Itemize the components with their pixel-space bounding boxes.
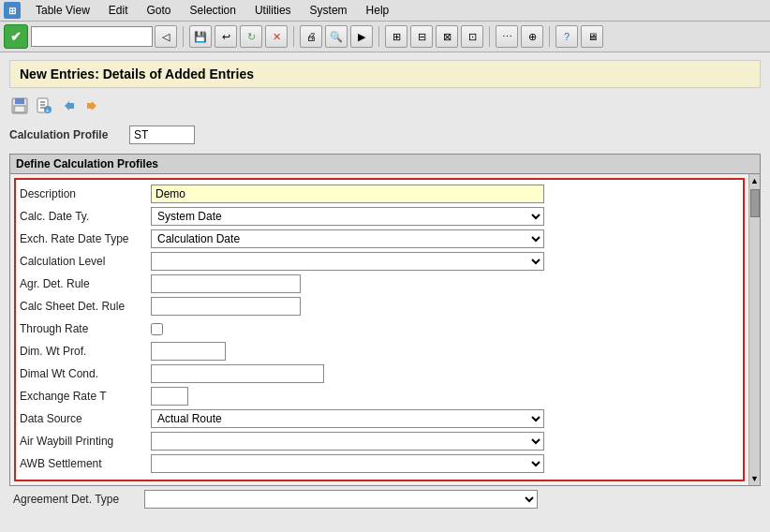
settings-btn-1[interactable]: ⊞ xyxy=(385,25,407,48)
field-data-source: Data Source Actual Route Planned Route M… xyxy=(20,408,739,429)
sub-new-icon[interactable]: + xyxy=(34,96,54,116)
label-exch-rate-date-type: Exch. Rate Date Type xyxy=(20,232,151,245)
field-air-waybill-printing: Air Waybill Printing Yes No xyxy=(20,431,739,451)
field-exchange-rate-t: Exchange Rate T xyxy=(20,386,739,406)
input-dimal-wt-cond[interactable] xyxy=(151,364,324,383)
calc-profile-row: Calculation Profile xyxy=(9,126,761,144)
input-description[interactable] xyxy=(151,185,544,203)
select-air-waybill-printing[interactable]: Yes No xyxy=(151,432,544,451)
settings-btn-4[interactable]: ⊡ xyxy=(461,25,483,48)
nav-btn-2[interactable]: ⊕ xyxy=(521,25,543,48)
menu-help[interactable]: Help xyxy=(363,2,393,19)
field-calc-level: Calculation Level Header Item xyxy=(20,251,739,272)
scroll-down[interactable]: ▼ xyxy=(748,472,761,485)
label-data-source: Data Source xyxy=(20,412,151,425)
define-box-content: Description Calc. Date Ty. System Date M… xyxy=(10,174,760,485)
label-dim-wt-prof: Dim. Wt Prof. xyxy=(20,345,151,358)
select-calc-level[interactable]: Header Item xyxy=(151,252,544,271)
field-exch-rate-date-type: Exch. Rate Date Type Calculation Date Po… xyxy=(20,229,739,249)
field-agr-det-rule: Agr. Det. Rule xyxy=(20,273,739,294)
label-air-waybill-printing: Air Waybill Printing xyxy=(20,435,151,448)
sub-back-icon[interactable] xyxy=(58,96,79,116)
nav-left-btn[interactable]: ◁ xyxy=(155,25,177,48)
menu-goto[interactable]: Goto xyxy=(143,2,175,19)
scroll-up[interactable]: ▲ xyxy=(748,174,761,187)
app-icon: ⊞ xyxy=(4,2,21,19)
field-awb-settlement: AWB Settlement Yes No xyxy=(20,453,739,474)
menu-edit[interactable]: Edit xyxy=(105,2,132,19)
menu-utilities[interactable]: Utilities xyxy=(251,2,295,19)
nav-input[interactable] xyxy=(31,26,153,47)
field-through-rate: Through Rate xyxy=(20,318,739,339)
toolbar-separator-2 xyxy=(293,26,294,47)
label-calc-date-ty: Calc. Date Ty. xyxy=(20,210,151,223)
nav-input-group: ◁ xyxy=(31,25,177,48)
execute-button[interactable]: ▶ xyxy=(350,25,373,48)
calc-profile-label: Calculation Profile xyxy=(9,128,122,141)
label-through-rate: Through Rate xyxy=(20,322,151,335)
label-exchange-rate-t: Exchange Rate T xyxy=(20,390,151,403)
label-description: Description xyxy=(20,187,151,200)
shortcut-button[interactable]: ↩ xyxy=(215,25,237,48)
toolbar-separator-1 xyxy=(183,26,184,47)
field-dimal-wt-cond: Dimal Wt Cond. xyxy=(20,363,739,384)
select-agreement-det-type[interactable]: Type A Type B xyxy=(144,490,538,509)
settings-btn-2[interactable]: ⊟ xyxy=(410,25,433,48)
select-data-source[interactable]: Actual Route Planned Route Manual xyxy=(151,409,544,428)
toolbar-separator-5 xyxy=(549,26,550,47)
sub-save-icon[interactable] xyxy=(9,96,30,116)
label-calc-sheet-det-rule: Calc Sheet Det. Rule xyxy=(20,300,151,313)
select-exch-rate-date-type[interactable]: Calculation Date Posting Date Document D… xyxy=(151,229,544,248)
sub-forward-icon[interactable] xyxy=(82,96,103,116)
select-awb-settlement[interactable]: Yes No xyxy=(151,454,544,473)
stop-button[interactable]: ✕ xyxy=(265,25,288,48)
define-box-inner: Description Calc. Date Ty. System Date M… xyxy=(14,178,745,481)
toolbar: ✔ ◁ 💾 ↩ ↻ ✕ 🖨 🔍 ▶ ⊞ ⊟ ⊠ ⊡ ⋯ ⊕ ? 🖥 xyxy=(0,22,770,52)
field-calc-sheet-det-rule: Calc Sheet Det. Rule xyxy=(20,296,739,317)
define-box-title: Define Calculation Profiles xyxy=(10,155,760,174)
define-calc-profiles-box: Define Calculation Profiles Description … xyxy=(9,154,761,486)
svg-rect-11 xyxy=(69,103,74,109)
select-calc-date-ty[interactable]: System Date Manual Date Posting Date xyxy=(151,207,544,226)
save-button[interactable]: 💾 xyxy=(189,25,212,48)
ok-button[interactable]: ✔ xyxy=(4,24,28,49)
refresh-button[interactable]: ↻ xyxy=(240,25,262,48)
svg-rect-1 xyxy=(15,98,24,104)
sub-toolbar: + xyxy=(9,96,761,116)
scroll-thumb[interactable] xyxy=(750,189,760,217)
label-dimal-wt-cond: Dimal Wt Cond. xyxy=(20,367,151,380)
svg-marker-10 xyxy=(65,101,69,111)
page-title: New Entries: Details of Added Entries xyxy=(9,60,761,88)
main-content: New Entries: Details of Added Entries + xyxy=(0,52,770,519)
field-description: Description xyxy=(20,184,739,204)
svg-rect-12 xyxy=(87,103,92,109)
svg-text:+: + xyxy=(46,107,51,115)
menu-table-view[interactable]: Table View xyxy=(32,2,94,19)
label-agr-det-rule: Agr. Det. Rule xyxy=(20,277,151,290)
label-agreement-det-type: Agreement Det. Type xyxy=(13,493,144,506)
menu-bar: ⊞ Table View Edit Goto Selection Utiliti… xyxy=(0,0,770,22)
print-button[interactable]: 🖨 xyxy=(300,25,322,48)
input-calc-sheet-det-rule[interactable] xyxy=(151,297,301,316)
field-dim-wt-prof: Dim. Wt Prof. xyxy=(20,341,739,362)
field-agreement-det-type: Agreement Det. Type Type A Type B xyxy=(9,489,761,510)
input-dim-wt-prof[interactable] xyxy=(151,342,226,361)
field-calc-date-ty: Calc. Date Ty. System Date Manual Date P… xyxy=(20,206,739,227)
menu-system[interactable]: System xyxy=(306,2,351,19)
checkbox-through-rate[interactable] xyxy=(151,323,163,335)
calc-profile-input[interactable] xyxy=(129,126,195,144)
menu-selection[interactable]: Selection xyxy=(186,2,240,19)
find-button[interactable]: 🔍 xyxy=(325,25,348,48)
input-agr-det-rule[interactable] xyxy=(151,274,301,293)
svg-marker-13 xyxy=(92,101,96,111)
label-calc-level: Calculation Level xyxy=(20,255,151,268)
nav-btn-1[interactable]: ⋯ xyxy=(496,25,518,48)
toolbar-separator-3 xyxy=(378,26,379,47)
settings-btn-3[interactable]: ⊠ xyxy=(436,25,458,48)
help-button[interactable]: ? xyxy=(555,25,578,48)
svg-rect-3 xyxy=(16,107,23,111)
toolbar-separator-4 xyxy=(489,26,490,47)
monitor-button[interactable]: 🖥 xyxy=(581,25,603,48)
input-exchange-rate-t[interactable] xyxy=(151,387,188,406)
scrollbar[interactable]: ▲ ▼ xyxy=(748,174,760,485)
